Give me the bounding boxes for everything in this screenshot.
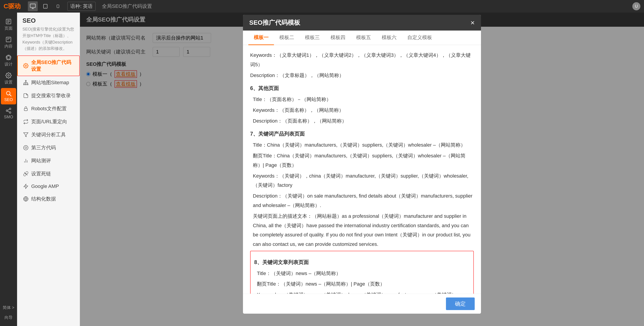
section7-line0: Title：China（关键词）manufacturers,（关键词）suppl…	[250, 140, 474, 150]
nav-item-dead-link[interactable]: 设置死链	[17, 167, 80, 180]
svg-point-20	[10, 112, 11, 114]
section8-line2: Keywords：（关键词）news,（关键词）shows,（关键词）manuf…	[254, 290, 470, 294]
modal-overlay: SEO推广代码模板 × 模板一 模板二 模板三 模板四 模板五 模板六 自定义模…	[80, 12, 644, 326]
modal-tab-2[interactable]: 模板二	[274, 30, 300, 45]
nav-item-site-eval[interactable]: 网站测评	[17, 154, 80, 167]
sidebar-item-settings[interactable]: 设置	[1, 70, 16, 87]
sidebar-item-design[interactable]: 设计	[1, 52, 16, 69]
nav-item-url-redirect[interactable]: 页面/URL重定向	[17, 115, 80, 128]
section8-line1: 翻页Title：（关键词）news –（网站简称）| Page（页数）	[254, 279, 470, 289]
nav-item-global-seo[interactable]: 全局SEO推广代码设置	[17, 56, 80, 76]
sidebar-item-content[interactable]: 内容	[1, 34, 16, 51]
modal-body: Keywords：（义章大键词1），（义章大键词2），（义章大键词3），（义章大…	[243, 45, 481, 294]
modal-tab-1[interactable]: 模板一	[248, 30, 274, 45]
user-avatar[interactable]: U	[632, 2, 640, 10]
svg-rect-26	[25, 84, 26, 85]
modal-dialog: SEO推广代码模板 × 模板一 模板二 模板三 模板四 模板五 模板六 自定义模…	[243, 15, 481, 314]
confirm-button[interactable]: 确定	[446, 298, 475, 310]
modal-tabs: 模板一 模板二 模板三 模板四 模板五 模板六 自定义模板	[243, 30, 481, 45]
sidebar-item-smo[interactable]: SMO	[1, 105, 16, 122]
content-description: Description：（文章标题），（网站简称）	[250, 71, 474, 80]
sidebar-item-label: 页面	[4, 26, 12, 31]
svg-point-36	[25, 147, 27, 149]
nav-panel-desc: SEO(搜索引擎优化)设置为您开放HTM中Title（标题）、Keywords（…	[17, 26, 80, 56]
svg-rect-27	[27, 84, 28, 85]
nav-item-google-amp[interactable]: Google AMP	[17, 180, 80, 192]
svg-line-40	[24, 172, 28, 175]
nav-item-google-amp-label: Google AMP	[31, 184, 59, 189]
nav-item-robots-label: Robots文件配置	[31, 105, 67, 112]
svg-point-15	[8, 75, 10, 76]
section6-line0: Title：（页面名称）－（网站简称）	[250, 95, 474, 104]
desktop-view-button[interactable]	[28, 1, 38, 11]
svg-point-18	[10, 108, 11, 110]
section6-line1: Keywords：（页面名称），（网站简称）	[250, 106, 474, 115]
main-content: 全局SEO推广代码设置 网站简称（建议填写公司名 网站关键词（建议填公司主 SE…	[80, 12, 644, 326]
sidebar-item-page[interactable]: 页面	[1, 16, 16, 33]
modal-tab-6[interactable]: 模板六	[376, 30, 402, 45]
nav-item-sitemap-label: 网站地图Sitemap	[31, 79, 69, 86]
modal-close-button[interactable]: ×	[470, 19, 475, 26]
section7-line4: 关键词页面上的描述文本：（网站标题）as a professional（关键词）…	[250, 212, 474, 249]
mobile-view-button[interactable]	[53, 1, 63, 11]
modal-footer: 确定	[243, 294, 481, 314]
modal-tab-4[interactable]: 模板四	[325, 30, 351, 45]
nav-item-third-party-label: 第三方代码	[31, 144, 56, 151]
svg-point-19	[6, 110, 8, 112]
page-title-bar: 全局SEO推广代码设置	[102, 3, 152, 10]
svg-rect-0	[30, 4, 36, 8]
section8-line0: Title：（关键词）news –（网站简称）	[254, 269, 470, 278]
section7-line2: Keywords：（关键词），china（关键词）manufacturer,（关…	[250, 171, 474, 190]
svg-point-23	[25, 65, 26, 66]
nav-item-dead-link-label: 设置死链	[31, 170, 51, 177]
sidebar-bottom: 简体 > 向导	[1, 303, 16, 326]
sidebar-item-guide[interactable]: 向导	[1, 312, 16, 322]
modal-tab-5[interactable]: 模板五	[351, 30, 376, 45]
svg-rect-24	[25, 80, 26, 81]
section8-title: 8、关键词文章列表页面	[254, 258, 470, 268]
svg-marker-41	[24, 184, 28, 188]
nav-item-structured-data-label: 结构化数据	[31, 196, 56, 202]
nav-item-sitemap[interactable]: 网站地图Sitemap	[17, 76, 80, 89]
svg-marker-34	[24, 133, 28, 137]
nav-item-submit-label: 提交搜索引擎收录	[31, 92, 71, 99]
sidebar-item-seo[interactable]: SEO	[1, 88, 16, 104]
svg-point-4	[45, 8, 46, 8]
nav-item-site-eval-label: 网站测评	[31, 158, 51, 164]
svg-line-22	[8, 109, 10, 110]
section6-title: 6、其他页面	[250, 84, 474, 94]
svg-line-17	[10, 94, 11, 96]
sidebar-item-simple[interactable]: 简体 >	[1, 303, 16, 312]
svg-point-35	[24, 146, 28, 150]
svg-line-21	[8, 111, 10, 112]
modal-tab-3[interactable]: 模板三	[300, 30, 325, 45]
nav-item-robots[interactable]: Robots文件配置	[17, 102, 80, 115]
content-keywords: Keywords：（义章大键词1），（义章大键词2），（义章大键词3），（义章大…	[250, 50, 474, 70]
nav-item-global-seo-label: 全局SEO推广代码设置	[31, 59, 74, 72]
nav-item-structured-data[interactable]: 结构化数据	[17, 192, 80, 206]
nav-item-keyword-analysis[interactable]: 关键词分析工具	[17, 128, 80, 141]
language-selector[interactable]: 语种: 英语	[67, 2, 96, 11]
nav-item-third-party[interactable]: 第三方代码	[17, 141, 80, 154]
nav-item-url-label: 页面/URL重定向	[31, 118, 67, 125]
sidebar-item-label: SEO	[4, 98, 13, 102]
nav-panel-title: SEO	[17, 12, 80, 26]
section6-line2: Description：（页面名称），（网站简称）	[250, 116, 474, 126]
nav-panel: SEO SEO(搜索引擎优化)设置为您开放HTM中Title（标题）、Keywo…	[17, 12, 80, 326]
tablet-view-button[interactable]	[40, 1, 50, 11]
section7-line1: 翻页Title：China（关键词）manufacturers,（关键词）sup…	[250, 151, 474, 170]
section7-line3: Description：（关键词）on sale manufacturers, …	[250, 191, 474, 210]
top-bar: C驱动 语种: 英语 全局SEO推广代码设置 U	[0, 0, 644, 12]
modal-header: SEO推广代码模板 ×	[243, 15, 481, 30]
modal-tab-custom[interactable]: 自定义模板	[402, 30, 438, 45]
sidebar-item-label: 设置	[4, 80, 12, 85]
sidebar-item-label: SMO	[4, 115, 13, 120]
sidebar-item-label: 设计	[4, 62, 12, 67]
section7-title: 7、关键词产品列表页面	[250, 129, 474, 139]
top-bar-right: U	[632, 2, 640, 10]
nav-item-submit-search[interactable]: 提交搜索引擎收录	[17, 89, 80, 102]
sidebar-item-label: 内容	[4, 44, 12, 49]
svg-rect-33	[24, 108, 28, 111]
svg-rect-25	[24, 84, 24, 85]
modal-title: SEO推广代码模板	[249, 18, 300, 27]
